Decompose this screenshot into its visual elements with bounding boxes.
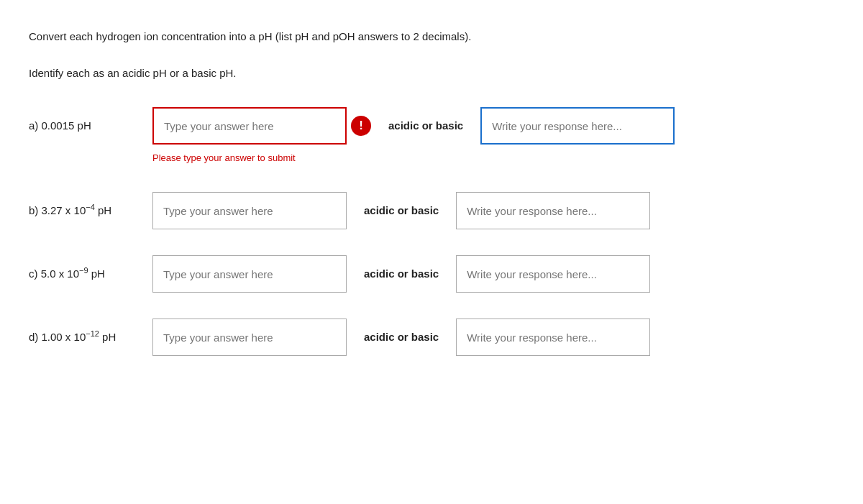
exponent-b: −4 [86,203,95,211]
answer-input-c[interactable] [152,255,347,293]
error-icon-a: ! [351,116,371,136]
exponent-c: −9 [79,267,88,275]
acidic-basic-label-a: acidic or basic [388,118,463,134]
question-label-b: b) 3.27 x 10−4 pH [29,203,144,219]
question-row-d: d) 1.00 x 10−12 pH acidic or basic [29,319,834,356]
response-input-c[interactable] [456,255,650,293]
question-label-a: a) 0.0015 pH [29,118,144,134]
response-input-b[interactable] [456,192,650,229]
answer-input-a[interactable] [152,107,347,145]
instruction-line1: Convert each hydrogen ion concentration … [29,29,834,45]
acidic-basic-label-c: acidic or basic [364,266,439,283]
question-row-b: b) 3.27 x 10−4 pH acidic or basic [29,192,834,229]
question-label-d: d) 1.00 x 10−12 pH [29,329,144,346]
answer-input-wrapper-d [152,319,347,356]
answer-input-b[interactable] [152,192,347,229]
response-input-a[interactable] [480,107,675,145]
question-row-a: a) 0.0015 pH ! acidic or basic Please ty… [29,107,834,166]
answer-input-wrapper-b [152,192,347,229]
acidic-basic-label-d: acidic or basic [364,329,439,346]
question-label-c: c) 5.0 x 10−9 pH [29,266,144,283]
response-input-d[interactable] [456,319,650,356]
acidic-basic-label-b: acidic or basic [364,203,439,219]
answer-input-wrapper-a: ! [152,107,371,145]
error-message-a: Please type your answer to submit [152,152,296,163]
exponent-d: −12 [86,330,99,338]
answer-input-wrapper-c [152,255,347,293]
instruction-line2: Identify each as an acidic pH or a basic… [29,65,834,82]
answer-input-d[interactable] [152,319,347,356]
question-row-c: c) 5.0 x 10−9 pH acidic or basic [29,255,834,293]
